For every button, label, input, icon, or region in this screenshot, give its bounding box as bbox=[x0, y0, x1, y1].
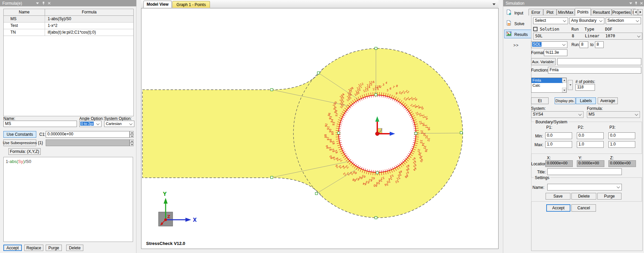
min-label: Min: bbox=[535, 134, 543, 138]
tab-list-dropdown-icon[interactable] bbox=[492, 3, 496, 6]
title-input[interactable] bbox=[547, 168, 622, 175]
spin-down-icon[interactable] bbox=[130, 143, 134, 146]
formula-select[interactable]: MS bbox=[587, 111, 640, 118]
function-dropdown-button[interactable] bbox=[568, 80, 573, 90]
cancel-button[interactable]: Cancel bbox=[571, 204, 596, 212]
use-subexpressions-button[interactable]: Use Subexpressions bbox=[3, 139, 36, 146]
select-dropdown[interactable]: Select bbox=[533, 17, 568, 24]
formula-value-cell[interactable]: 1-x^2 bbox=[45, 23, 133, 29]
system-select[interactable]: SYS4 bbox=[531, 111, 584, 118]
purge-button[interactable]: Purge bbox=[46, 245, 62, 251]
formula-name-cell[interactable]: MS bbox=[4, 16, 45, 22]
tab-points[interactable]: Points bbox=[575, 8, 591, 16]
panel-close-icon[interactable] bbox=[47, 1, 51, 5]
function-list[interactable]: Fmla Calc bbox=[531, 78, 567, 93]
nav-solve[interactable]: Solve bbox=[514, 22, 524, 26]
function-list-item[interactable]: Fmla bbox=[531, 78, 563, 83]
formula-name-cell[interactable]: Test bbox=[4, 23, 45, 29]
panel-menu-icon[interactable] bbox=[629, 1, 633, 5]
model-canvas[interactable]: 1234567891011121314151617181920212223242… bbox=[141, 8, 498, 249]
angle-option-select[interactable]: 0 to 2pi bbox=[79, 121, 101, 127]
p2-label: P2: bbox=[578, 125, 584, 130]
panel-menu-icon[interactable] bbox=[36, 1, 39, 5]
name-input[interactable]: MS bbox=[3, 121, 77, 127]
sol-select[interactable]: SOL bbox=[531, 41, 567, 48]
tab-scroll-right-button[interactable] bbox=[638, 9, 643, 15]
panel-pin-icon[interactable] bbox=[42, 1, 45, 5]
tab-minmax[interactable]: Min/Max bbox=[557, 9, 575, 15]
p2-min-input[interactable]: 0.0 bbox=[577, 132, 604, 139]
nav-collapse[interactable]: >> bbox=[513, 43, 519, 48]
formula-name-cell[interactable]: TN bbox=[4, 29, 45, 36]
settings-purge-button[interactable]: Purge bbox=[597, 193, 621, 200]
accept-button[interactable]: Accept bbox=[3, 245, 22, 251]
tab-error[interactable]: Error bbox=[528, 9, 543, 15]
p2-max-input[interactable]: 1.0 bbox=[577, 141, 604, 148]
run-to-input[interactable]: 8 bbox=[595, 41, 604, 48]
chevron-down-icon bbox=[129, 122, 133, 125]
tab-scroll-left-button[interactable] bbox=[633, 9, 638, 15]
column-header-name[interactable]: Name bbox=[4, 9, 45, 15]
p1-min-input[interactable]: 0.0 bbox=[545, 132, 572, 139]
num-points-input[interactable]: 118 bbox=[575, 84, 595, 91]
labels-button[interactable]: Labels bbox=[576, 97, 596, 104]
p3-max-input[interactable]: 1.0 bbox=[608, 141, 635, 148]
run-from-input[interactable]: 8 bbox=[579, 41, 588, 48]
list-scroll-up-button[interactable] bbox=[562, 78, 566, 83]
formula-editor[interactable]: 1-abs(Sy)/S0 bbox=[3, 157, 133, 242]
accept-button[interactable]: Accept bbox=[546, 204, 570, 212]
tab-properties[interactable]: Properties bbox=[612, 9, 631, 15]
spin-down-icon[interactable] bbox=[130, 134, 134, 138]
et-button[interactable]: Et bbox=[531, 97, 549, 104]
p1-max-input[interactable]: 1.0 bbox=[545, 141, 572, 148]
simulation-panel-titlebar[interactable]: Simulation bbox=[503, 0, 644, 6]
formula-table[interactable]: Name Formula MS 1-abs(Sy)/S0 Test 1-x^2 … bbox=[3, 9, 134, 116]
tab-plot[interactable]: Plot bbox=[543, 9, 557, 15]
aux-variable-button[interactable]: Aux. Variable: bbox=[531, 58, 556, 65]
column-header-formula[interactable]: Formula bbox=[45, 9, 133, 15]
formula-xyz-button[interactable]: Formula: (X,Y,Z) bbox=[8, 148, 41, 155]
boundary-dropdown[interactable]: Any Boundary bbox=[569, 17, 604, 24]
panel-pin-icon[interactable] bbox=[634, 1, 638, 5]
replace-button[interactable]: Replace bbox=[24, 245, 43, 251]
system-option-select[interactable]: Cartesian bbox=[104, 121, 134, 127]
format-input[interactable]: %11.3e bbox=[544, 49, 567, 56]
settings-name-select[interactable] bbox=[547, 184, 622, 191]
c1-input[interactable]: 0.000000e+00 bbox=[46, 131, 130, 138]
nav-input[interactable]: Input bbox=[514, 11, 523, 15]
p3-min-input[interactable]: 0.0 bbox=[608, 132, 635, 139]
subexpression-spinner[interactable] bbox=[130, 139, 134, 146]
system-select-value: SYS4 bbox=[533, 112, 543, 117]
tab-graph-points[interactable]: Graph 1 - Points bbox=[172, 1, 210, 8]
tab-resultant[interactable]: Resultant bbox=[591, 9, 612, 15]
settings-delete-button[interactable]: Delete bbox=[571, 193, 596, 200]
table-row[interactable]: Test 1-x^2 bbox=[4, 23, 133, 29]
formula-text-lead: 1- bbox=[6, 159, 10, 164]
c1-spinner[interactable] bbox=[130, 131, 134, 138]
aux-variable-input[interactable] bbox=[557, 58, 641, 65]
spin-up-icon[interactable] bbox=[130, 131, 134, 134]
table-row[interactable]: MS 1-abs(Sy)/S0 bbox=[4, 16, 133, 23]
use-constants-button[interactable]: Use Constants bbox=[3, 131, 36, 138]
solution-checkbox[interactable] bbox=[533, 27, 538, 31]
formula-value-cell[interactable]: if(abs(t):le:pi/2;C1*cos(t);0) bbox=[45, 29, 133, 36]
solve-icon[interactable] bbox=[506, 20, 512, 26]
panel-close-icon[interactable] bbox=[640, 1, 643, 5]
settings-save-button[interactable]: Save bbox=[546, 193, 570, 200]
formula-panel-titlebar[interactable]: Formula(e) bbox=[0, 0, 136, 6]
display-pts-button[interactable]: Display pts. bbox=[555, 97, 575, 104]
function-list-item[interactable]: Calc bbox=[531, 83, 563, 88]
tab-model-view[interactable]: Model View bbox=[143, 1, 172, 8]
svg-text:88: 88 bbox=[324, 134, 328, 138]
input-icon[interactable] bbox=[506, 9, 512, 15]
spin-up-icon[interactable] bbox=[130, 139, 134, 143]
formula-value-cell[interactable]: 1-abs(Sy)/S0 bbox=[45, 16, 133, 22]
nav-results[interactable]: Results bbox=[514, 32, 528, 37]
average-button[interactable]: Average bbox=[598, 97, 618, 104]
functions-input[interactable]: Fmla bbox=[548, 67, 641, 74]
table-row[interactable]: TN if(abs(t):le:pi/2;C1*cos(t);0) bbox=[4, 29, 133, 36]
list-scroll-down-button[interactable] bbox=[562, 88, 566, 92]
delete-button[interactable]: Delete bbox=[66, 245, 83, 251]
selection-dropdown[interactable]: Selection bbox=[606, 17, 641, 24]
results-icon[interactable] bbox=[506, 31, 512, 37]
